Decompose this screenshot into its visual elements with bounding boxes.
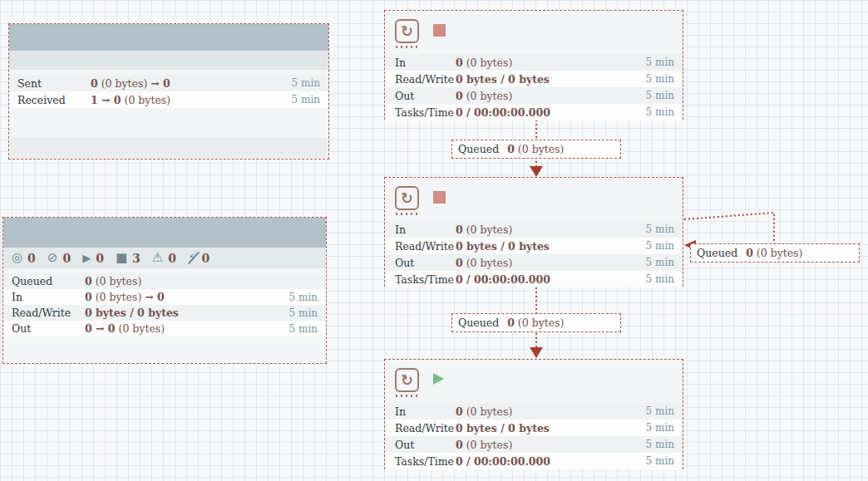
processor-icon-perforation — [396, 46, 419, 48]
running-icon: ▶ — [82, 253, 91, 263]
stat-row-out: Out 0 (0 bytes) 5 min — [385, 436, 683, 453]
stat-label: Queued — [3, 275, 85, 287]
stat-row-out: Out 0 (0 bytes) 5 min — [385, 254, 683, 271]
process-group[interactable]: ◎ 0 ⊘ 0 ▶ 0 ■ 3 ⚠ 0 ⚡ 0 Queued 0 (0 byte… — [2, 217, 327, 364]
stat-label: Tasks/Time — [385, 106, 456, 119]
stat-value: 0 (0 bytes) — [456, 90, 646, 102]
stat-value: 0 (0 bytes) — [456, 439, 646, 451]
running-status-icon — [433, 373, 444, 385]
stat-window: 5 min — [646, 56, 683, 68]
stat-row-queued: Queued 0 (0 bytes) — [3, 273, 326, 289]
stat-row-readwrite: Read/Write 0 bytes / 0 bytes 5 min — [385, 420, 683, 436]
connection-label-3[interactable]: Queued 0 (0 bytes) — [451, 313, 621, 332]
stat-window: 5 min — [646, 90, 683, 101]
stat-window: 5 min — [646, 240, 683, 252]
stat-label: Read/Write — [385, 240, 456, 253]
stat-value: 1 → 0 (0 bytes) — [91, 94, 292, 106]
process-group-status-bar: ◎ 0 ⊘ 0 ▶ 0 ■ 3 ⚠ 0 ⚡ 0 — [3, 248, 326, 268]
badge-invalid: ⚠ 0 — [152, 252, 176, 265]
stat-value: 0 (0 bytes) — [85, 275, 318, 287]
stat-value: 0 bytes / 0 bytes — [456, 73, 646, 86]
badge-running: ▶ 0 — [82, 252, 104, 265]
badge-not-transmitting: ⊘ 0 — [47, 252, 71, 265]
stat-label: Out — [3, 322, 85, 335]
remote-process-group-footer — [10, 138, 328, 158]
transmitting-icon: ◎ — [12, 252, 22, 264]
remote-process-group[interactable]: Sent 0 (0 bytes) → 0 5 min Received 1 → … — [8, 23, 329, 160]
stat-window: 5 min — [646, 106, 683, 118]
stat-window: 5 min — [292, 94, 328, 106]
stat-label: Out — [385, 439, 456, 451]
stat-label: Tasks/Time — [385, 455, 456, 468]
stat-label: Sent — [9, 77, 91, 90]
stat-window: 5 min — [292, 77, 328, 89]
stat-window: 5 min — [646, 73, 683, 85]
stat-value: 0 (0 bytes) — [456, 56, 646, 69]
connection-queued-value: 0 (0 bytes) — [746, 247, 802, 259]
processor-icon: ↻ — [395, 19, 419, 43]
nifi-canvas[interactable]: { "colors": { "selection_dashed_border":… — [0, 0, 868, 481]
badge-disabled: ⚡ 0 — [188, 252, 210, 265]
processor-2[interactable]: ↻ In 0 (0 bytes) 5 min Read/Write 0 byte… — [384, 177, 683, 287]
stat-label: Out — [385, 257, 456, 269]
processor-1[interactable]: ↻ In 0 (0 bytes) 5 min Read/Write 0 byte… — [384, 10, 683, 120]
processor-icon-perforation — [396, 395, 419, 397]
process-group-header — [3, 218, 326, 248]
processor-3[interactable]: ↻ In 0 (0 bytes) 5 min Read/Write 0 byte… — [384, 359, 683, 469]
stat-label: Tasks/Time — [385, 273, 456, 286]
stat-window: 5 min — [646, 257, 683, 268]
stat-value: 0 (0 bytes) — [456, 223, 646, 236]
stat-row-in: In 0 (0 bytes) 5 min — [385, 403, 683, 420]
stat-value: 0 / 00:00:00.000 — [456, 106, 646, 119]
stat-value: 0 (0 bytes) → 0 — [85, 291, 289, 303]
stat-value: 0 bytes / 0 bytes — [456, 240, 646, 253]
stat-label: Read/Write — [3, 307, 85, 319]
invalid-icon: ⚠ — [152, 252, 163, 264]
stopped-status-icon — [433, 24, 446, 37]
stat-window: 5 min — [289, 307, 326, 319]
stat-row-in: In 0 (0 bytes) 5 min — [385, 54, 683, 71]
processor-icon-perforation — [396, 213, 419, 215]
stat-value: 0 → 0 (0 bytes) — [85, 322, 289, 335]
connection-queued-value: 0 (0 bytes) — [507, 143, 564, 155]
stat-value: 0 / 00:00:00.000 — [456, 455, 646, 468]
stat-row-out: Out 0 → 0 (0 bytes) 5 min — [3, 321, 326, 336]
connection-label-2[interactable]: Queued 0 (0 bytes) — [690, 243, 860, 263]
stat-value: 0 (0 bytes) — [456, 257, 646, 269]
connection-queued-value: 0 (0 bytes) — [507, 317, 564, 329]
stat-value: 0 bytes / 0 bytes — [456, 422, 646, 434]
stat-row-in: In 0 (0 bytes) → 0 5 min — [3, 289, 326, 305]
stat-value: 0 bytes / 0 bytes — [85, 307, 289, 319]
not-transmitting-icon: ⊘ — [47, 252, 58, 264]
stat-row-in: In 0 (0 bytes) 5 min — [385, 221, 683, 238]
stat-row-taskstime: Tasks/Time 0 / 00:00:00.000 5 min — [385, 104, 683, 120]
stat-row-readwrite: Read/Write 0 bytes / 0 bytes 5 min — [3, 305, 326, 321]
connection-label-text: Queued — [458, 317, 499, 329]
stat-window: 5 min — [646, 422, 683, 434]
stopped-icon: ■ — [116, 252, 127, 264]
stat-row-taskstime: Tasks/Time 0 / 00:00:00.000 5 min — [385, 271, 683, 287]
processor-icon: ↻ — [395, 368, 419, 392]
stat-window: 5 min — [646, 439, 683, 450]
remote-process-group-uri-bar — [9, 51, 328, 70]
connection-label-1[interactable]: Queued 0 (0 bytes) — [451, 140, 621, 159]
stat-label: In — [385, 223, 456, 236]
stat-window: 5 min — [646, 405, 683, 417]
connection-label-text: Queued — [458, 143, 499, 155]
stat-row-sent: Sent 0 (0 bytes) → 0 5 min — [9, 75, 328, 91]
connection-label-text: Queued — [697, 247, 737, 259]
stat-value: 0 / 00:00:00.000 — [456, 273, 646, 286]
disabled-icon: ⚡ — [188, 252, 197, 264]
stat-label: Read/Write — [385, 73, 456, 86]
stat-window: 5 min — [646, 455, 683, 467]
stat-row-readwrite: Read/Write 0 bytes / 0 bytes 5 min — [385, 71, 683, 87]
stat-value: 0 (0 bytes) — [456, 405, 646, 418]
processor-icon: ↻ — [395, 186, 419, 210]
stat-label: Out — [385, 90, 456, 102]
stat-label: In — [385, 56, 456, 69]
badge-transmitting: ◎ 0 — [12, 252, 36, 265]
stat-row-received: Received 1 → 0 (0 bytes) 5 min — [9, 91, 328, 108]
stat-row-readwrite: Read/Write 0 bytes / 0 bytes 5 min — [385, 238, 683, 254]
stat-label: In — [3, 291, 85, 303]
stat-window: 5 min — [289, 292, 326, 303]
